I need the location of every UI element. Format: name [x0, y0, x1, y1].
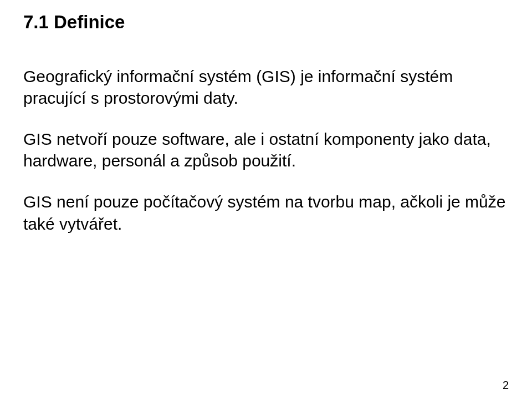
document-page: 7.1 Definice Geografický informační syst…	[0, 0, 532, 405]
body-paragraph: GIS není pouze počítačový systém na tvor…	[23, 191, 509, 235]
page-number: 2	[503, 379, 509, 392]
body-paragraph: GIS netvoří pouze software, ale i ostatn…	[23, 128, 509, 172]
body-paragraph: Geografický informační systém (GIS) je i…	[23, 65, 509, 109]
section-heading: 7.1 Definice	[23, 11, 509, 33]
